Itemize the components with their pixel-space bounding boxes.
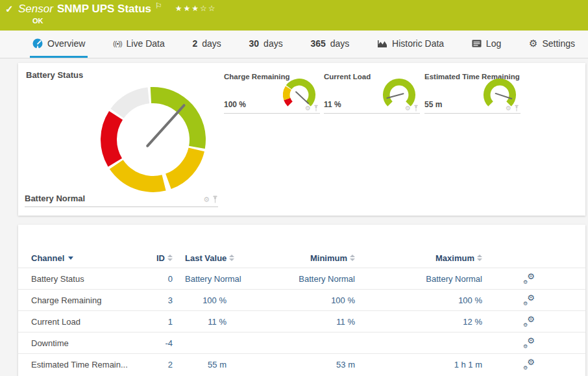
pin-icon[interactable] [313,105,319,112]
charge-remaining-value[interactable]: 100 % [224,100,246,109]
channel-name-cell[interactable]: Downtime [31,338,148,348]
priority-stars[interactable]: ★★★☆☆ [175,4,217,13]
channel-settings-icon[interactable]: ⚙⚙ [523,359,535,370]
table-row: Current Load 1 11 % 11 % 12 % ⚙⚙ [18,310,585,332]
tab-historic-data[interactable]: Historic Data [374,31,447,58]
column-header-minimum[interactable]: Minimum [284,253,355,263]
tab-label-bold: 2 [192,38,197,49]
minimum-cell: 53 m [284,360,355,370]
tab-settings[interactable]: ⚙ Settings [526,31,578,58]
channel-name-cell[interactable]: Estimated Time Remain... [31,360,148,370]
table-row: Battery Status 0 Battery Normal Battery … [18,268,585,289]
channel-table-panel: Channel ID Last Value Minimum Maximum [18,225,585,376]
channel-id-cell: 1 [148,317,173,327]
column-header-maximum[interactable]: Maximum [355,253,482,263]
gear-icon[interactable]: ⚙ [305,105,311,112]
battery-status-value[interactable]: Battery Normal [25,194,85,203]
tab-log[interactable]: Log [469,31,504,58]
channel-id-cell: -4 [148,338,173,348]
gauge-footer-icons: ⚙ [203,195,218,203]
pin-icon[interactable] [212,195,218,203]
mini-gauge-title: Current Load [324,73,371,81]
battery-status-gauge [98,84,208,195]
column-label: Maximum [435,253,474,263]
channel-name-cell[interactable]: Battery Status [31,274,148,284]
pin-icon[interactable] [514,105,519,112]
column-label: Minimum [310,253,347,263]
channel-name-cell[interactable]: Charge Remaining [31,295,148,305]
maximum-cell: 100 % [355,295,482,305]
maximum-cell: 12 % [355,317,482,327]
channel-settings-icon[interactable]: ⚙⚙ [523,295,535,306]
tab-label: Log [486,38,501,49]
channel-settings-icon[interactable]: ⚙⚙ [523,273,535,284]
channel-table-body: Battery Status 0 Battery Normal Battery … [18,268,585,375]
gauge-icon [32,38,43,49]
channel-table-header: Channel ID Last Value Minimum Maximum [18,248,585,268]
channel-id-cell: 2 [148,360,173,370]
pin-icon[interactable] [413,105,419,112]
minimum-cell: Battery Normal [284,274,355,284]
channel-name-cell[interactable]: Current Load [31,317,148,327]
tab-label-bold: 30 [249,38,260,49]
last-value-cell [185,338,284,348]
estimated-time-value[interactable]: 55 m [424,100,442,109]
mini-gauge-title: Charge Remaining [224,73,290,81]
tab-label: Overview [47,38,85,49]
table-row: Estimated Time Remain... 2 55 m 53 m 1 h… [18,353,585,375]
tab-2-days[interactable]: 2 days [190,31,223,58]
flag-icon[interactable]: ⚐ [155,1,162,10]
minimum-cell: 100 % [284,295,355,305]
sensor-word: Sensor [18,3,53,16]
tab-bar: Overview ((•)) Live Data 2 days 30 days … [0,31,588,58]
last-value-cell: Battery Normal [185,274,284,284]
tab-live-data[interactable]: ((•)) Live Data [110,31,167,58]
tab-label-bold: 365 [310,38,325,49]
table-row: Downtime -4 ⚙⚙ [18,332,585,353]
main-content: Battery Status Battery Normal ⚙ Charge R… [0,58,588,376]
status-badge: OK [32,17,43,25]
ok-check-icon: ✓ [5,3,14,15]
channel-id-cell: 0 [148,274,173,284]
sensor-title-row: Sensor SNMP UPS Status ⚐ ★★★☆☆ [18,3,217,16]
page-title: SNMP UPS Status [57,3,151,16]
channel-settings-icon[interactable]: ⚙⚙ [523,338,535,349]
current-load-block: Current Load 11 % ⚙ [324,73,420,114]
live-data-icon: ((•)) [113,40,122,47]
estimated-time-block: Estimated Time Remaining 55 m ⚙ [424,73,521,114]
column-header-last-value[interactable]: Last Value [185,253,284,263]
tab-365-days[interactable]: 365 days [308,31,352,58]
channel-settings-icon[interactable]: ⚙⚙ [523,316,535,327]
gear-icon: ⚙ [529,38,537,48]
gear-icon[interactable]: ⚙ [203,196,210,203]
sort-icon [477,255,482,261]
chart-icon [377,39,387,48]
column-label: ID [156,253,165,263]
minimum-cell: 11 % [284,317,355,327]
column-label: Last Value [185,253,227,263]
current-load-value[interactable]: 11 % [324,100,341,109]
column-header-channel[interactable]: Channel [31,253,148,263]
panel-title: Battery Status [26,70,83,80]
tab-label: Settings [542,38,575,49]
log-icon [472,40,482,47]
last-value-cell: 11 % [185,317,284,327]
gauge-footer-icons: ⚙ [305,105,319,112]
column-header-id[interactable]: ID [148,253,173,263]
tab-30-days[interactable]: 30 days [247,31,286,58]
last-value-cell: 55 m [185,360,284,370]
column-label: Channel [31,253,64,263]
gauge-footer-icons: ⚙ [506,105,519,112]
gear-icon[interactable]: ⚙ [506,105,511,112]
tab-overview[interactable]: Overview [30,31,88,58]
tab-label: days [330,38,350,49]
battery-status-panel: Battery Status Battery Normal ⚙ Charge R… [18,63,585,216]
charge-remaining-block: Charge Remaining 100 % ⚙ [224,73,320,114]
table-row: Charge Remaining 3 100 % 100 % 100 % ⚙⚙ [18,289,585,310]
sort-icon [167,255,173,261]
last-value-cell: 100 % [185,295,284,305]
maximum-cell: Battery Normal [355,274,482,284]
tab-label: Historic Data [392,38,444,49]
gear-icon[interactable]: ⚙ [405,105,411,112]
tab-label: days [263,38,283,49]
